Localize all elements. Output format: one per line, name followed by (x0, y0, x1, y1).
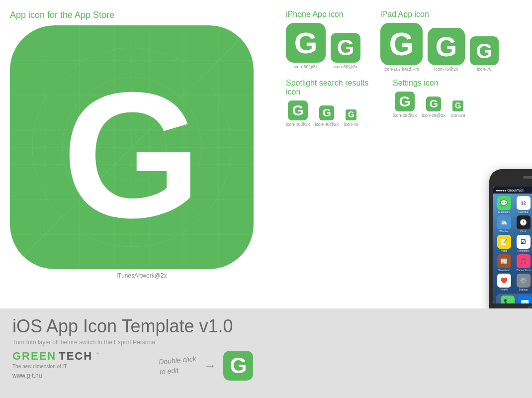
icon-label-60-3x: icon-60@3x (294, 64, 318, 69)
ipad-section: iPad App icon G icon-167 iPad Pro G icon… (380, 10, 527, 75)
icon-item-76: G icon-76 (470, 36, 499, 72)
app-health: ❤️ Health (495, 274, 513, 291)
app-reminders: ☑ Reminders (515, 235, 532, 252)
settings-icon-row: G icon-29@3x G icon-29@2x G icon-29 (393, 92, 527, 118)
dbl-click-section: Double click to edit → G (159, 351, 253, 381)
icon-label-29-2x: icon-29@2x (422, 113, 445, 118)
icon-item-29-2x: G icon-29@2x (422, 97, 445, 118)
footer-title: iOS App Icon Template v1.0 (12, 316, 520, 337)
g-icon-60-2x: G (331, 33, 360, 63)
g-icon-29: G (452, 100, 463, 111)
iphone-mockup: ●●●●● GreenTech 9:41 AM ⬜ 💬 Mess (489, 169, 532, 323)
spotlight-icon-row: G icon-40@3x G icon-40@2x G icon-40 (286, 100, 385, 127)
g-icon-40-2x: G (319, 105, 334, 120)
big-icon-title: App icon for the App Store (10, 10, 273, 20)
icon-item-76-2x: G icon-76@2x (428, 28, 465, 72)
dbl-click-line2: to edit (159, 366, 178, 376)
icon-label-29: icon-29 (450, 113, 465, 118)
footer-content: iOS App Icon Template v1.0 Turn Info lay… (0, 308, 532, 398)
phone-speaker (523, 176, 532, 179)
app-messages: 💬 Messages (495, 196, 513, 213)
iphone-section-title: iPhone App icon (286, 10, 373, 19)
footer-url: www.g-t.hu (12, 372, 520, 379)
icon-label-40: icon-40 (344, 122, 358, 127)
app-settings2: ⚙️ Settings (515, 274, 532, 291)
big-icon-section: App icon for the App Store (10, 10, 273, 279)
g-icon-76-2x: G (428, 28, 465, 65)
icon-item-40-2x: G icon-40@2x (315, 105, 339, 127)
app-weather: ⛅ Weather (495, 215, 513, 233)
icon-item-167: G icon-167 iPad Pro (380, 23, 423, 72)
g-icon-76: G (470, 36, 499, 65)
g-icon-60-3x: G (286, 23, 326, 63)
dbl-click-text: Double click to edit (158, 354, 197, 377)
iphone-status-bar: ●●●●● GreenTech 9:41 AM ⬜ (493, 187, 532, 194)
app-calendar: 12 Calendar (515, 196, 532, 213)
icon-item-60-3x: G icon-60@3x (286, 23, 326, 69)
big-icon-label: iTunesArtwork@2x (10, 272, 273, 279)
iphone-screen: ●●●●● GreenTech 9:41 AM ⬜ 💬 Mess (493, 187, 532, 303)
icon-item-40-3x: G icon-40@3x (286, 100, 310, 127)
footer-area: iOS App Icon Template v1.0 Turn Info lay… (0, 308, 532, 398)
brand-tm: ™ (95, 352, 99, 357)
spotlight-title: Spotlight search results icon (286, 79, 385, 97)
app-newsstand: 📰 Newsstand (495, 254, 513, 272)
footer-subtitle: Turn Info layer off before switch to the… (12, 339, 520, 346)
g-icon-167: G (380, 23, 423, 65)
icon-item-60-2x: G icon-60@2x (331, 33, 360, 69)
ipad-icon-row: G icon-167 iPad Pro G icon-76@2x G icon-… (380, 23, 527, 72)
icon-label-76: icon-76 (477, 67, 492, 72)
icon-label-76-2x: icon-76@2x (434, 67, 458, 72)
brand-tech: TECH (59, 350, 92, 363)
brand-tagline: The new dimension of IT (12, 364, 520, 369)
big-app-icon: G (10, 25, 254, 269)
dbl-click-line1: Double click (159, 355, 197, 366)
arrow-icon: → (204, 359, 216, 373)
app-clock: 🕐 Clock (515, 215, 532, 233)
icon-item-29-3x: G icon-29@3x (393, 92, 417, 118)
icon-label-60-2x: icon-60@2x (334, 64, 357, 69)
big-g-letter: G (62, 50, 201, 244)
iphone-section: iPhone App icon G icon-60@3x G icon-60@2… (286, 10, 373, 75)
brand-green: GREEN (12, 350, 56, 363)
app-notes: 📝 Notes (495, 235, 513, 252)
icon-label-29-3x: icon-29@3x (393, 113, 417, 118)
g-icon-40: G (346, 109, 356, 120)
iphone-screen-content: ●●●●● GreenTech 9:41 AM ⬜ 💬 Mess (493, 187, 532, 303)
g-icon-29-2x: G (426, 97, 441, 111)
spotlight-section: Spotlight search results icon G icon-40@… (286, 79, 385, 130)
settings-title: Settings icon (393, 79, 527, 88)
settings-section: Settings icon G icon-29@3x G icon-29@2x … (393, 79, 527, 130)
g-icon-29-3x: G (395, 92, 415, 111)
right-section: iPhone App icon G icon-60@3x G icon-60@2… (286, 10, 527, 135)
ipad-section-title: iPad App icon (380, 10, 527, 19)
icon-label-40-3x: icon-40@3x (286, 122, 310, 127)
g-icon-40-3x: G (288, 100, 308, 120)
icon-item-40: G icon-40 (344, 109, 358, 127)
icon-item-29: G icon-29 (450, 100, 465, 118)
app-itunes: 🎵 iTunes Store (515, 254, 532, 272)
iphone-icon-row: G icon-60@3x G icon-60@2x (286, 23, 373, 69)
footer-g-icon[interactable]: G (223, 351, 253, 381)
icon-label-167: icon-167 iPad Pro (384, 67, 420, 72)
carrier-text: ●●●●● GreenTech (496, 189, 524, 192)
app-grid: 💬 Messages 12 Calendar 🌸 Photos (493, 194, 532, 294)
icon-label-40-2x: icon-40@2x (315, 122, 339, 127)
